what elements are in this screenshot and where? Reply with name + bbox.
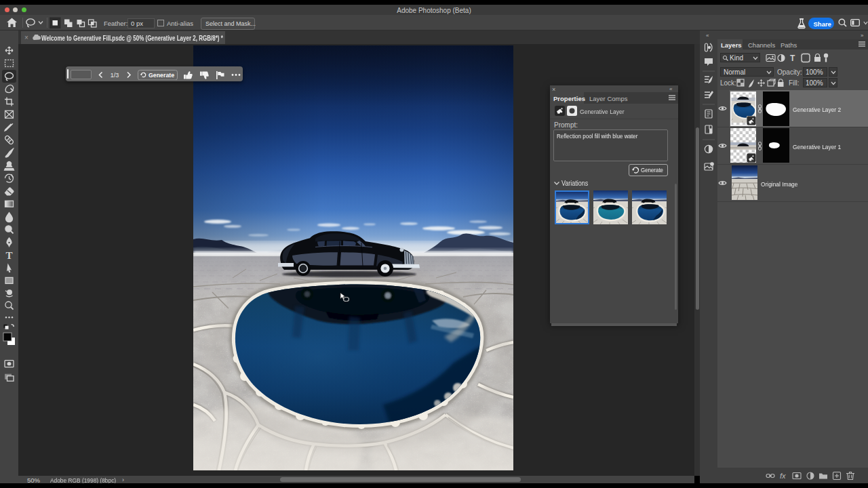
svg-text:T: T bbox=[790, 54, 795, 63]
svg-text:Generate: Generate bbox=[149, 71, 174, 78]
svg-text:T: T bbox=[5, 250, 12, 261]
svg-text:1/3: 1/3 bbox=[111, 72, 119, 79]
svg-text:fx: fx bbox=[780, 472, 786, 480]
